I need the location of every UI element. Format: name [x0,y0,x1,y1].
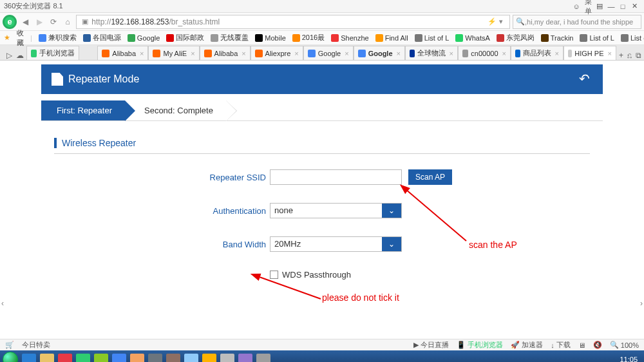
site-icon: ▣ [80,17,90,26]
taskbar-icon[interactable] [112,354,126,362]
close-icon[interactable]: × [502,50,506,57]
reload-button[interactable]: ⟳ [48,16,59,28]
tab[interactable]: Google× [303,46,354,60]
bookmark-item[interactable]: List of L [415,34,450,42]
dropdown-icon[interactable]: ▾ [497,17,506,26]
taskbar-icon[interactable] [40,354,54,362]
status-zoom[interactable]: 🔍 100% [610,341,639,349]
tab-history-icon[interactable]: ▷ [6,51,12,60]
browser-title: 360安全浏览器 8.1 [4,1,63,11]
tab[interactable]: 商品列表× [511,46,564,60]
engine-icon[interactable]: ⚡ [488,17,497,26]
tab[interactable]: Google× [354,46,405,60]
tab[interactable]: 手机浏览器 [26,46,79,60]
wizard-step-2[interactable]: Second: Complete [125,100,226,120]
taskbar-icon[interactable] [238,354,252,362]
bandwidth-select[interactable]: 20MHz ⌄ [270,236,402,252]
close-icon[interactable]: × [191,50,194,57]
auth-select[interactable]: none ⌄ [270,203,402,218]
status-download[interactable]: ↓ 下载 [551,340,571,350]
windows-taskbar: 11:05 [0,350,644,362]
wizard-step-1[interactable]: First: Repeater [41,100,125,120]
wds-checkbox[interactable] [270,271,278,279]
taskbar-icon[interactable] [184,354,198,362]
taskbar-icon[interactable] [94,354,108,362]
tab-restore-icon[interactable]: ⎌ [627,51,632,60]
taskbar-icon[interactable] [76,354,90,362]
back-button[interactable]: ◀ [19,16,31,28]
bookmark-item[interactable]: 2016最 [292,33,325,43]
tab-list-icon[interactable]: ⧉ [636,51,641,60]
bookmark-item[interactable]: 各国电源 [83,33,121,43]
auth-label: Authentication [41,206,270,216]
tab[interactable]: HIGH PE× [564,46,616,60]
bookmark-item[interactable]: 国际邮政 [166,33,204,43]
bookmark-item[interactable]: List of L [580,34,614,42]
status-cart-icon[interactable]: 🛒 [5,341,14,349]
status-sound-icon[interactable]: 🔇 [593,341,602,349]
bookmark-item[interactable]: List of L [621,34,644,42]
maximize-button[interactable]: □ [617,3,629,10]
address-bar[interactable]: ▣ http://192.168.188.253/br_status.html … [76,15,510,29]
taskbar-icon[interactable] [220,354,234,362]
taskbar-icon[interactable] [58,354,72,362]
ssid-label: Repeater SSID [41,173,270,182]
scroll-right-icon[interactable]: › [640,299,643,308]
close-icon[interactable]: × [345,50,348,57]
wds-label: WDS Passthrough [282,270,351,280]
new-tab-button[interactable]: + [619,51,623,60]
tab[interactable]: My AliE× [148,46,199,60]
ssid-input[interactable] [270,169,402,185]
close-icon[interactable]: × [608,50,612,57]
bookmark-item[interactable]: 东莞凤岗 [497,33,535,43]
close-icon[interactable]: × [294,50,298,57]
feedback-icon[interactable]: ☺ [571,3,582,10]
status-today[interactable]: 今日特卖 [22,340,50,350]
fav-star-icon[interactable]: ★ [4,33,10,42]
taskbar-icon[interactable] [202,354,216,362]
taskbar-icon[interactable] [130,354,144,362]
tab-cloud-icon[interactable]: ☁ [16,51,24,60]
taskbar-icon[interactable] [166,354,180,362]
tab[interactable]: Alibaba× [97,46,148,60]
minimize-button[interactable]: — [605,3,617,10]
tab[interactable]: Aliexpre× [251,46,303,60]
taskbar-clock[interactable]: 11:05 [620,356,641,362]
tab[interactable]: 全球物流× [405,46,458,60]
bookmark-item[interactable]: Google [128,34,160,42]
status-accel[interactable]: 🚀 加速器 [511,340,543,350]
bookmark-item[interactable]: Trackin [541,34,574,42]
forward-button[interactable]: ▶ [33,16,45,28]
taskbar-icon[interactable] [148,354,162,362]
bookmark-item[interactable]: Find All [375,34,408,42]
close-icon[interactable]: × [450,50,453,57]
bookmarks-bar: ★ 收藏 | 兼职搜索 各国电源 Google 国际邮政 无线覆盖 Mobile… [0,31,644,45]
tab[interactable]: Alibaba× [200,46,251,60]
home-button[interactable]: ⌂ [62,16,73,28]
bookmark-item[interactable]: 兼职搜索 [39,33,77,43]
back-arrow-button[interactable]: ↶ [576,71,592,88]
bookmark-item[interactable]: 无线覆盖 [211,33,249,43]
fav-label: 收藏 [17,28,24,48]
status-tool-icon[interactable]: 🖥 [578,341,585,349]
menu-label[interactable]: 菜单 [582,0,594,16]
scan-ap-button[interactable]: Scan AP [408,169,452,185]
close-icon[interactable]: × [242,50,245,57]
search-box[interactable]: 🔍 ,hi,my dear, i had found the shippe [513,15,641,29]
scroll-left-icon[interactable]: ‹ [1,299,4,308]
start-button[interactable] [3,352,18,362]
close-button[interactable]: ✕ [629,2,640,10]
close-icon[interactable]: × [397,50,401,57]
close-icon[interactable]: × [555,50,559,57]
chevron-down-icon: ⌄ [382,204,401,218]
status-mobile[interactable]: 📱 手机浏览器 [457,340,503,350]
taskbar-icon[interactable] [256,354,270,362]
bookmark-item[interactable]: WhatsA [455,34,490,42]
tab[interactable]: cn00000× [458,46,511,60]
bookmark-item[interactable]: Shenzhe [331,34,368,42]
taskbar-icon[interactable] [22,354,36,362]
tray-icon[interactable]: ▤ [594,2,605,10]
bookmark-item[interactable]: Mobile [255,34,285,42]
status-live[interactable]: ▶ 今日直播 [413,340,449,350]
close-icon[interactable]: × [140,50,144,57]
